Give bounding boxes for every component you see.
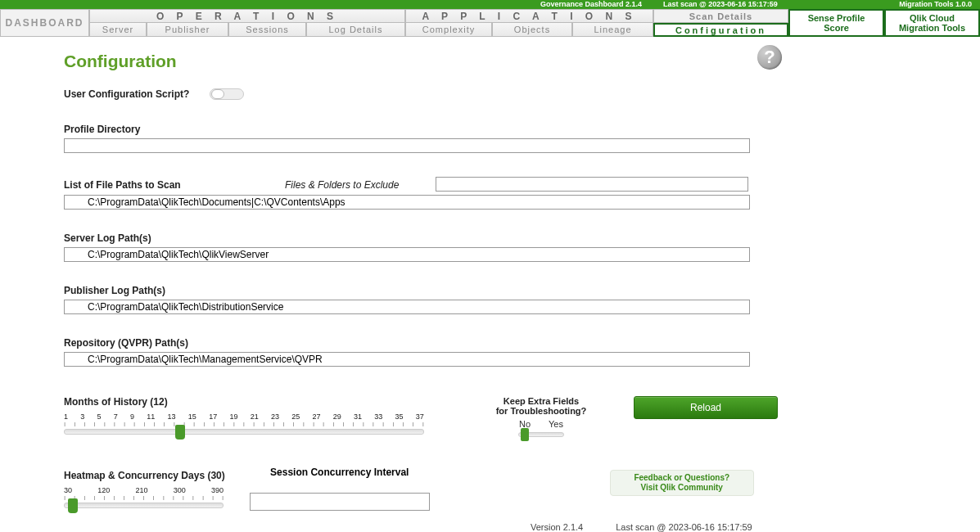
nav-configuration[interactable]: Configuration xyxy=(653,23,788,37)
nav-server[interactable]: Server xyxy=(89,23,147,37)
nav-scan-details[interactable]: Scan Details xyxy=(653,9,788,23)
heatmap-handle[interactable] xyxy=(68,498,78,513)
keep-yes-label: Yes xyxy=(549,419,563,429)
file-paths-input[interactable] xyxy=(64,195,750,210)
session-interval-input[interactable] xyxy=(250,493,430,511)
nav-publisher[interactable]: Publisher xyxy=(147,23,228,37)
feedback-button[interactable]: Feedback or Questions? Visit Qlik Commun… xyxy=(610,470,754,496)
server-log-label: Server Log Path(s) xyxy=(64,232,782,244)
product-version: Governance Dashboard 2.1.4 xyxy=(540,0,642,9)
months-history-slider[interactable]: Months of History (12) 13579111315171921… xyxy=(64,396,424,437)
repo-input[interactable] xyxy=(64,352,750,367)
session-interval-block: Session Concurrency Interval xyxy=(250,467,430,511)
footer-scan: Last scan @ 2023-06-16 15:17:59 xyxy=(616,522,752,532)
nav-log-details[interactable]: Log Details xyxy=(306,23,405,37)
nav-sessions[interactable]: Sessions xyxy=(228,23,306,37)
footer-info: Version 2.1.4 Last scan @ 2023-06-16 15:… xyxy=(531,522,782,532)
files-exclude-label: Files & Folders to Exclude xyxy=(285,179,399,191)
nav-objects[interactable]: Objects xyxy=(492,23,572,37)
months-label: Months of History (12) xyxy=(64,396,424,408)
footer-version: Version 2.1.4 xyxy=(531,522,583,532)
last-scan-top: Last scan @ 2023-06-16 15:17:59 xyxy=(663,0,778,9)
profile-dir-input[interactable] xyxy=(64,138,750,153)
keep-extra-handle[interactable] xyxy=(521,428,529,441)
publisher-log-label: Publisher Log Path(s) xyxy=(64,285,782,296)
sense-profile-score-button[interactable]: Sense Profile Score xyxy=(788,9,884,37)
tab-dashboard[interactable]: DASHBOARD xyxy=(0,9,89,37)
session-interval-label: Session Concurrency Interval xyxy=(250,467,430,478)
file-paths-label: List of File Paths to Scan xyxy=(64,179,181,191)
publisher-log-input[interactable] xyxy=(64,300,750,314)
page-title: Configuration xyxy=(64,52,782,71)
months-handle[interactable] xyxy=(175,425,185,440)
repo-label: Repository (QVPR) Path(s) xyxy=(64,337,782,349)
heatmap-ticks: 30120210300390 xyxy=(64,486,224,494)
heatmap-track[interactable] xyxy=(64,503,224,508)
nav-complexity[interactable]: Complexity xyxy=(405,23,492,37)
user-config-row: User Configuration Script? xyxy=(64,86,782,101)
user-config-toggle[interactable] xyxy=(210,88,244,100)
keep-extra-fields: Keep Extra Fields for Troubleshooting? N… xyxy=(472,396,611,437)
server-log-input[interactable] xyxy=(64,247,750,262)
months-ticks: 135791113151719212325272931333537 xyxy=(64,413,424,421)
heatmap-slider[interactable]: Heatmap & Concurrency Days (30) 30120210… xyxy=(64,470,225,508)
nav-applications[interactable]: A P P L I C A T I O N S xyxy=(405,9,653,23)
nav-operations[interactable]: O P E R A T I O N S xyxy=(89,9,405,23)
help-icon[interactable]: ? xyxy=(757,45,782,70)
user-config-label: User Configuration Script? xyxy=(64,88,189,100)
months-track[interactable] xyxy=(64,429,424,435)
nav-lineage[interactable]: Lineage xyxy=(572,23,653,37)
keep-extra-slider[interactable] xyxy=(518,432,564,437)
heatmap-label: Heatmap & Concurrency Days (30) xyxy=(64,470,225,481)
files-exclude-input[interactable] xyxy=(436,177,748,192)
content-area: Configuration User Configuration Script?… xyxy=(0,37,790,532)
profile-dir-label: Profile Directory xyxy=(64,124,782,135)
top-info-bar: Governance Dashboard 2.1.4 Last scan @ 2… xyxy=(0,0,980,9)
migration-version: Migration Tools 1.0.0 xyxy=(899,0,972,9)
qlik-cloud-migration-button[interactable]: Qlik Cloud Migration Tools xyxy=(884,9,980,37)
reload-button[interactable]: Reload xyxy=(634,396,778,419)
